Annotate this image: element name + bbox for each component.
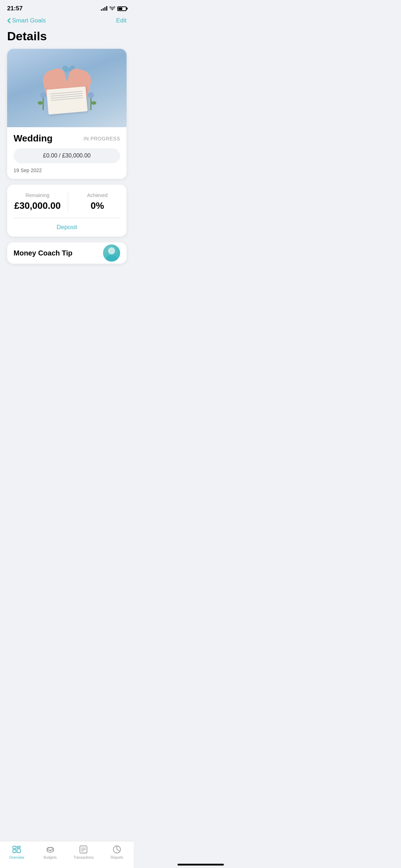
- remaining-stat: Remaining £30,000.00: [7, 192, 68, 211]
- signal-icon: [101, 6, 107, 11]
- battery-icon: [117, 6, 127, 11]
- achieved-label: Achieved: [75, 192, 119, 198]
- achieved-value: 0%: [75, 200, 119, 211]
- wedding-illustration: [35, 60, 99, 117]
- coach-avatar: [103, 244, 120, 262]
- chevron-left-icon: [7, 18, 11, 24]
- goal-date: 19 Sep 2022: [14, 167, 120, 173]
- remaining-label: Remaining: [14, 192, 61, 198]
- goal-card-body: Wedding IN PROGRESS £0.00 / £30,000.00 1…: [7, 127, 127, 179]
- progress-bar: £0.00 / £30,000.00: [14, 148, 120, 163]
- goal-name: Wedding: [14, 133, 52, 144]
- status-icons: [101, 6, 127, 11]
- goal-status: IN PROGRESS: [83, 136, 120, 141]
- deposit-button[interactable]: Deposit: [7, 218, 127, 237]
- remaining-value: £30,000.00: [14, 200, 61, 211]
- goal-card: Wedding IN PROGRESS £0.00 / £30,000.00 1…: [7, 49, 127, 179]
- coach-title: Money Coach Tip: [14, 249, 72, 257]
- status-bar: 21:57: [0, 0, 134, 14]
- achieved-stat: Achieved 0%: [68, 192, 127, 211]
- goal-header: Wedding IN PROGRESS: [14, 133, 120, 144]
- document: [46, 86, 88, 114]
- stats-row: Remaining £30,000.00 Achieved 0%: [7, 185, 127, 218]
- status-time: 21:57: [7, 5, 22, 12]
- svg-point-0: [108, 247, 115, 254]
- wifi-icon: [109, 6, 115, 11]
- page-title: Details: [0, 26, 134, 49]
- nav-bar: Smart Goals Edit: [0, 14, 134, 26]
- progress-text: £0.00 / £30,000.00: [43, 153, 91, 159]
- back-button[interactable]: Smart Goals: [7, 17, 46, 24]
- svg-point-1: [106, 255, 117, 262]
- goal-image: [7, 49, 127, 127]
- back-label: Smart Goals: [12, 17, 46, 24]
- stats-card: Remaining £30,000.00 Achieved 0% Deposit: [7, 185, 127, 237]
- coach-card: Money Coach Tip: [7, 242, 127, 264]
- edit-button[interactable]: Edit: [116, 17, 127, 24]
